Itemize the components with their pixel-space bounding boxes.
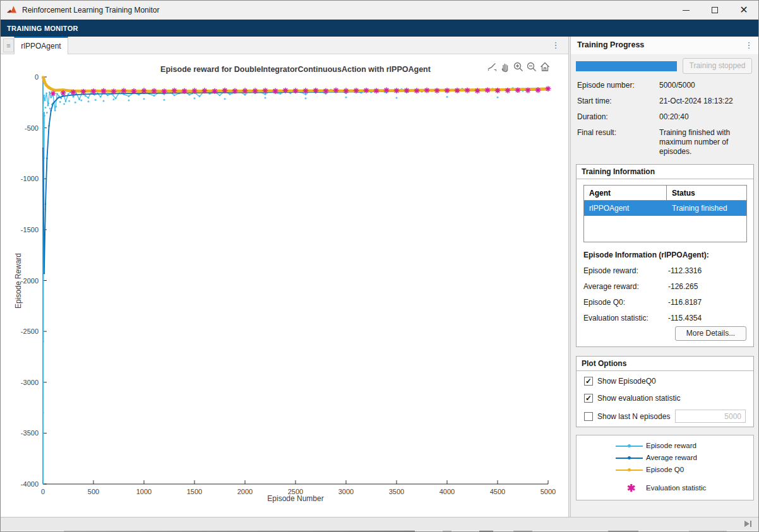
progress-bar-fill [576, 61, 677, 71]
legend-box: Episode reward Average reward Episode Q0… [576, 435, 754, 500]
duration-value: 00:20:40 [659, 112, 755, 122]
y-tick-label: -2000 [21, 277, 39, 285]
table-header-row: Agent Status [584, 186, 746, 201]
duration-label: Duration: [577, 112, 608, 121]
show-episodeq0-checkbox[interactable]: ✓ [584, 377, 593, 386]
legend-label: Average reward [646, 454, 697, 461]
episode-information-title: Episode Information (rlPPOAgent): [583, 251, 709, 259]
minimize-icon [683, 10, 690, 11]
evaluation-statistic-label: Evaluation statistic: [583, 314, 648, 322]
training-information-section: Training Information Agent Status rlPPOA… [576, 164, 754, 347]
tab-rlppoagent[interactable]: rlPPOAgent [14, 37, 68, 54]
y-tick-label: -4000 [21, 480, 39, 488]
average-reward-marker [628, 456, 631, 459]
maximize-button[interactable] [700, 1, 729, 20]
episode-q0-marker [628, 468, 631, 471]
zoom-in-icon[interactable] [513, 61, 524, 73]
chart-title: Episode reward for DoubleIntegratorConti… [43, 65, 548, 74]
panel-title: Training Progress [577, 40, 644, 49]
legend-item-average-reward[interactable]: Average reward [577, 454, 753, 463]
training-information-title: Training Information [577, 165, 753, 179]
plot-options-title: Plot Options [577, 357, 753, 371]
title-bar: Reinforcement Learning Training Monitor … [1, 1, 758, 20]
x-axis-label: Episode Number [43, 494, 548, 503]
average-reward-value: -126.265 [668, 282, 698, 291]
episode-number-value: 5000/5000 [659, 81, 755, 90]
show-episodeq0-option[interactable]: ✓ Show EpisodeQ0 [584, 376, 656, 386]
training-stopped-button[interactable]: Training stopped [683, 58, 752, 74]
last-n-episodes-input[interactable] [675, 410, 746, 423]
tab-label: rlPPOAgent [21, 42, 61, 50]
y-tick-label: 0 [35, 73, 39, 81]
legend-label: Evaluation statistic [646, 484, 706, 492]
show-last-n-episodes-checkbox[interactable] [584, 412, 593, 421]
close-icon: ✕ [739, 5, 748, 15]
y-tick-label: -1000 [21, 175, 39, 182]
bottom-scrollbar-strip[interactable] [1, 517, 758, 531]
y-tick-label: -500 [25, 124, 39, 132]
training-plot[interactable]: 0500100015002000250030003500400045005000… [1, 54, 568, 517]
zoom-out-icon[interactable] [526, 61, 537, 73]
episode-reward-label: Episode reward: [583, 266, 638, 275]
status-column-header: Status [667, 189, 746, 198]
episode-number-label: Episode number: [577, 81, 635, 90]
status-cell: Training finished [667, 204, 746, 213]
final-result-value: Training finished with maximum number of… [659, 128, 755, 157]
average-reward-label: Average reward: [583, 282, 639, 291]
toolstrip-ribbon: TRAINING MONITOR [1, 20, 758, 37]
legend-item-evaluation-statistic[interactable]: ✱ Evaluation statistic [577, 484, 753, 493]
start-time-value: 21-Oct-2024 18:13:22 [659, 97, 755, 106]
close-button[interactable]: ✕ [729, 1, 758, 20]
document-options-kebab-icon[interactable]: ⋮ [551, 41, 560, 49]
tab-training-monitor[interactable]: TRAINING MONITOR [7, 25, 78, 32]
legend-label: Episode Q0 [646, 466, 684, 473]
main-area: 0500100015002000250030003500400045005000… [1, 54, 758, 517]
training-progress-panel: Training stopped Episode number: 5000/50… [571, 54, 759, 517]
episode-q0-label: Episode Q0: [583, 298, 625, 307]
y-tick-label: -2500 [21, 328, 39, 335]
y-tick-label: -3000 [21, 379, 39, 386]
panel-options-kebab-icon[interactable]: ⋮ [744, 41, 753, 49]
show-last-n-episodes-option[interactable]: Show last N episodes [584, 411, 670, 422]
show-evaluation-statistic-checkbox[interactable]: ✓ [584, 394, 593, 403]
axes-toolbar [486, 61, 551, 73]
agent-column-header: Agent [584, 186, 667, 200]
start-time-label: Start time: [577, 97, 612, 105]
pan-icon[interactable] [499, 61, 511, 73]
matlab-logo-icon [6, 5, 17, 16]
show-evaluation-statistic-option[interactable]: ✓ Show evaluation statistic [584, 393, 680, 403]
panel-header-bar: Training Progress ⋮ [571, 37, 759, 54]
episode-reward-marker [628, 444, 631, 447]
table-row[interactable]: rlPPOAgent Training finished [584, 201, 746, 216]
y-tick-label: -1500 [21, 226, 39, 233]
plot-options-section: Plot Options ✓ Show EpisodeQ0 ✓ Show eva… [576, 356, 754, 427]
document-bar-grip-icon[interactable]: ≡ [3, 38, 14, 52]
agent-cell: rlPPOAgent [584, 204, 667, 213]
show-episodeq0-label: Show EpisodeQ0 [597, 377, 656, 386]
episode-q0-value: -116.8187 [668, 298, 702, 307]
show-last-n-episodes-label: Show last N episodes [597, 412, 670, 421]
figure-document: 0500100015002000250030003500400045005000… [1, 54, 568, 517]
legend-item-episode-q0[interactable]: Episode Q0 [577, 466, 753, 475]
more-details-button[interactable]: More Details... [675, 326, 746, 341]
y-tick-label: -3500 [21, 429, 39, 437]
minimize-button[interactable] [671, 1, 700, 20]
legend-label: Episode reward [646, 442, 696, 449]
agent-status-table[interactable]: Agent Status rlPPOAgent Training finishe… [583, 185, 747, 242]
evaluation-statistic-value: -115.4354 [668, 314, 702, 322]
restore-view-icon[interactable] [539, 61, 551, 73]
y-axis-label: Episode Reward [14, 246, 23, 316]
document-tab-bar: ≡ rlPPOAgent ⋮ Training Progress ⋮ [1, 37, 758, 54]
evaluation-statistic-asterisk-icon: ✱ [627, 482, 635, 494]
legend-item-episode-reward[interactable]: Episode reward [577, 442, 753, 451]
app-window: Reinforcement Learning Training Monitor … [0, 0, 759, 532]
show-evaluation-statistic-label: Show evaluation statistic [597, 394, 680, 403]
episode-reward-value: -112.3316 [668, 266, 702, 275]
window-title: Reinforcement Learning Training Monitor [22, 6, 159, 15]
final-result-label: Final result: [577, 128, 616, 137]
skip-to-end-icon[interactable] [744, 519, 753, 528]
brush-icon[interactable] [486, 61, 498, 73]
maximize-icon [712, 7, 718, 13]
progress-bar [576, 61, 677, 71]
